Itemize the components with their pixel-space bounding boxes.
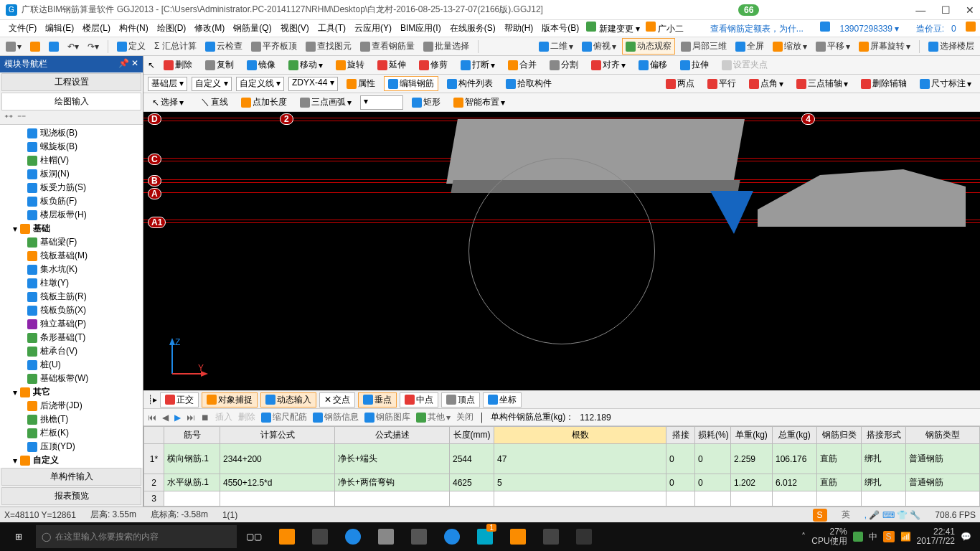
scale-rebar-button[interactable]: 缩尺配筋	[261, 411, 307, 423]
vertex-button[interactable]: 顶点	[441, 392, 480, 408]
new-button[interactable]: ▾	[3, 40, 24, 53]
col-id[interactable]: 筋号	[164, 427, 220, 444]
component-tree[interactable]: 现浇板(B) 螺旋板(B) 柱帽(V) 板洞(N) 板受力筋(S) 板负筋(F)…	[0, 125, 143, 468]
expand-icon[interactable]: ⁺⁺	[4, 113, 13, 123]
midpoint-button[interactable]: 中点	[400, 392, 438, 408]
other-button[interactable]: 其他▾	[416, 411, 451, 423]
help-link[interactable]: 查看钢筋定额表，为什...	[710, 24, 804, 34]
rebar-table[interactable]: 筋号 计算公式 公式描述 长度(mm) 根数 搭接 损耗(%) 单重(kg) 总…	[143, 426, 980, 507]
line-button[interactable]: ＼ 直线	[197, 95, 232, 110]
start-button[interactable]: ⊞	[3, 522, 34, 551]
first-button[interactable]: ⏮	[148, 413, 156, 423]
col-class[interactable]: 钢筋归类	[817, 427, 862, 444]
close-button[interactable]: ✕	[966, 4, 974, 16]
3d-viewport[interactable]: D C B A A1 2 4 Z Y	[143, 112, 980, 390]
task-view-button[interactable]: ▢▢	[238, 522, 270, 551]
smart-place-button[interactable]: 智能布置 ▾	[449, 95, 509, 110]
last-button[interactable]: ⏭	[187, 413, 195, 423]
account-number[interactable]: 13907298339	[840, 24, 892, 34]
save-button[interactable]	[46, 40, 62, 53]
edit-rebar-button[interactable]: 编辑钢筋	[384, 76, 438, 91]
close-grid-button[interactable]: 关闭	[456, 411, 473, 423]
tree-group-foundation[interactable]: ▾ 基础	[0, 222, 143, 235]
tray-s-icon[interactable]: S	[883, 531, 895, 542]
undo-button[interactable]: ↶▾	[65, 40, 82, 53]
coord-button[interactable]: 坐标	[483, 392, 522, 408]
dimension-button[interactable]: 尺寸标注▾	[915, 76, 976, 91]
tb-app-5[interactable]: 1	[469, 522, 501, 551]
col-splice[interactable]: 搭接形式	[862, 427, 906, 444]
pick-component-button[interactable]: 拾取构件	[501, 76, 556, 91]
orbit-button[interactable]: 动态观察	[622, 38, 675, 55]
align-top-button[interactable]: 平齐板顶	[248, 39, 300, 54]
menu-view[interactable]: 视图(V)	[276, 21, 314, 36]
menu-rebar[interactable]: 钢筋量(Q)	[229, 21, 275, 36]
tray-notifications[interactable]: 💬	[961, 532, 971, 542]
local-3d-button[interactable]: 局部三维	[678, 39, 730, 54]
menu-tools[interactable]: 工具(T)	[314, 21, 350, 36]
pointer-icon[interactable]: ↖	[148, 60, 155, 70]
col-formula[interactable]: 计算公式	[220, 427, 335, 444]
notification-badge[interactable]: 66	[738, 4, 759, 16]
rotate-button[interactable]: 旋转	[331, 57, 369, 72]
zoom-button[interactable]: 缩放▾	[770, 39, 810, 54]
screen-rotate-button[interactable]: 屏幕旋转▾	[856, 39, 913, 54]
draw-combo[interactable]: ▾	[360, 95, 403, 110]
fullscreen-button[interactable]: 全屏	[732, 39, 767, 54]
nav-tab-report[interactable]: 报表预览	[1, 487, 141, 505]
delete-button[interactable]: 删除	[159, 57, 197, 72]
col-total[interactable]: 总重(kg)	[773, 427, 817, 444]
split-button[interactable]: 分割	[545, 57, 583, 72]
orbit-gizmo[interactable]	[468, 158, 655, 344]
dyn-input-button[interactable]: 动态输入	[260, 392, 316, 408]
align-button[interactable]: 对齐▾	[587, 57, 630, 72]
open-button[interactable]	[27, 40, 43, 53]
stop-button[interactable]: ⏹	[201, 413, 209, 423]
top-view-button[interactable]: 俯视▾	[579, 39, 619, 54]
cloud-check-button[interactable]: 云检查	[202, 39, 245, 54]
offset-button[interactable]: 偏移	[634, 57, 672, 72]
rebar-info-button[interactable]: 钢筋信息	[313, 411, 359, 423]
taskbar-search[interactable]: ◯ 在这里输入你要搜索的内容	[36, 525, 237, 548]
mirror-button[interactable]: 镜像	[242, 57, 280, 72]
pan-button[interactable]: 平移▾	[813, 39, 853, 54]
menu-modify[interactable]: 修改(M)	[190, 21, 229, 36]
tray-ime[interactable]: 中	[869, 531, 877, 543]
menu-cloud[interactable]: 云应用(Y)	[350, 21, 396, 36]
point-angle-button[interactable]: 点角▾	[745, 76, 788, 91]
component-list-button[interactable]: 构件列表	[443, 76, 497, 91]
menu-help[interactable]: 帮助(H)	[500, 21, 538, 36]
col-lap[interactable]: 搭接	[666, 427, 695, 444]
tray-icons[interactable]: , 🎤 ⌨ 👕 🔧	[864, 510, 921, 520]
type-select[interactable]: 自定义线 ▾	[236, 77, 284, 91]
tb-store[interactable]	[370, 522, 402, 551]
tb-app-1[interactable]	[271, 522, 303, 551]
nav-pin-icon[interactable]: 📌 ✕	[118, 58, 138, 70]
menu-online[interactable]: 在线服务(S)	[446, 21, 500, 36]
menu-component[interactable]: 构件(N)	[115, 21, 153, 36]
play-button[interactable]: ▶	[174, 413, 181, 423]
category-select[interactable]: 自定义 ▾	[192, 77, 231, 91]
col-type[interactable]: 钢筋类型	[906, 427, 980, 444]
define-button[interactable]: 定义	[114, 39, 149, 54]
col-desc[interactable]: 公式描述	[335, 427, 450, 444]
nav-tab-single[interactable]: 单构件输入	[1, 468, 141, 486]
menu-file[interactable]: 文件(F)	[4, 21, 41, 36]
component-select[interactable]: ZDYX-44 ▾	[288, 77, 338, 91]
2d-button[interactable]: 二维▾	[536, 39, 576, 54]
threepoint-aux-button[interactable]: 三点辅轴▾	[792, 76, 852, 91]
collapse-icon[interactable]: ⁻⁻	[17, 113, 26, 123]
new-change-button[interactable]: 新建变更	[599, 24, 633, 34]
tray-icon-1[interactable]	[853, 532, 863, 542]
col-length[interactable]: 长度(mm)	[450, 427, 494, 444]
ime-badge[interactable]: S	[813, 509, 827, 522]
rect-button[interactable]: 矩形	[407, 95, 445, 110]
minimize-button[interactable]: —	[915, 4, 925, 16]
tree-group-custom[interactable]: ▾ 自定义	[0, 453, 143, 467]
attr-button[interactable]: 属性	[342, 76, 380, 91]
move-button[interactable]: 移动▾	[284, 57, 327, 72]
rebar-lib-button[interactable]: 钢筋图库	[364, 411, 410, 423]
tb-app-4[interactable]	[436, 522, 468, 551]
snap-toggle-icon[interactable]: ┊▸	[148, 395, 157, 405]
delete-aux-button[interactable]: 删除辅轴	[857, 76, 911, 91]
